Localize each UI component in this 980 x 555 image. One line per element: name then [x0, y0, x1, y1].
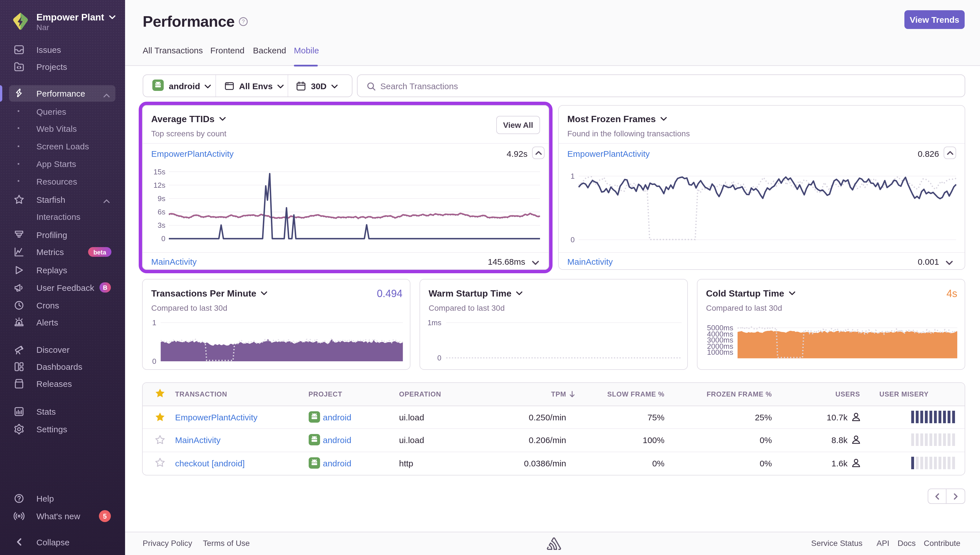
svg-text:12s: 12s [153, 181, 165, 189]
svg-text:0: 0 [437, 354, 442, 362]
svg-text:0: 0 [161, 234, 165, 243]
svg-text:0: 0 [153, 357, 156, 366]
svg-text:6s: 6s [158, 208, 165, 216]
svg-text:1: 1 [153, 318, 156, 327]
svg-text:1000ms: 1000ms [707, 348, 734, 356]
svg-text:3s: 3s [158, 221, 165, 229]
svg-text:15s: 15s [153, 168, 165, 176]
svg-text:1ms: 1ms [427, 318, 442, 327]
svg-text:0: 0 [571, 236, 575, 244]
svg-text:9s: 9s [158, 194, 165, 203]
svg-text:1: 1 [571, 172, 575, 180]
